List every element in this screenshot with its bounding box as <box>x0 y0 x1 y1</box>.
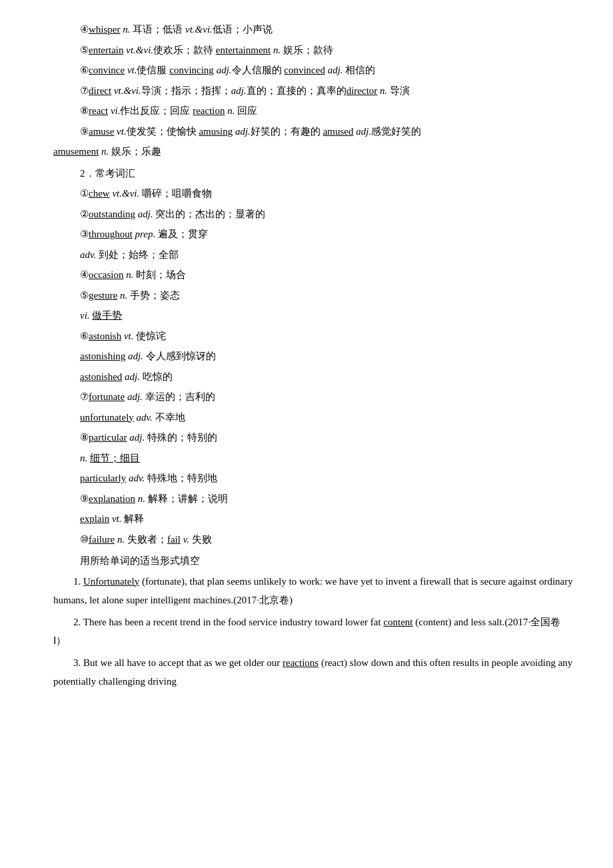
word-astonishing: astonishing <box>80 351 125 361</box>
main-content: ④whisper n. 耳语；低语 vt.&vi.低语；小声说 ⑤enterta… <box>53 20 573 691</box>
vocab-item-throughout-adv: adv. 到处；始终；全部 <box>53 245 573 265</box>
vocab-item-gesture: ⑤gesture n. 手势；姿态 <box>53 286 573 305</box>
answer-2: content <box>383 617 412 627</box>
vocab-item-convince: ⑥convince vt.使信服 convincing adj.令人信服的 co… <box>53 61 573 80</box>
word-failure: failure <box>89 534 115 545</box>
word-reaction: reaction <box>193 105 225 116</box>
word-fail: fail <box>167 534 181 545</box>
vocab-item-throughout: ③throughout prep. 遍及；贯穿 <box>53 225 573 244</box>
vocab-item-unfortunately: unfortunately adv. 不幸地 <box>53 408 573 427</box>
vocab-item-particular-n: n. 细节；细目 <box>53 449 573 468</box>
word-gesture: gesture <box>89 290 117 301</box>
section-2-heading: 2．常考词汇 <box>53 164 573 183</box>
vocab-item-entertain: ⑤entertain vt.&vi.使欢乐；款待 entertainment n… <box>53 41 573 60</box>
word-amusing: amusing <box>199 126 233 137</box>
vocab-item-whisper: ④whisper n. 耳语；低语 vt.&vi.低语；小声说 <box>53 20 573 39</box>
fill-section-heading: 用所给单词的适当形式填空 <box>53 551 573 571</box>
word-particular-n: 细节；细目 <box>90 453 140 463</box>
word-explain: explain <box>80 513 109 524</box>
vocab-item-explain: explain vt. 解释 <box>53 509 573 529</box>
word-throughout: throughout <box>89 229 133 239</box>
vocab-item-amusement: amusement n. 娱乐；乐趣 <box>53 142 573 161</box>
word-outstanding: outstanding <box>89 209 135 219</box>
word-convinced: convinced <box>284 65 325 75</box>
word-direct: direct <box>89 85 111 96</box>
word-react: react <box>89 105 108 116</box>
word-explanation: explanation <box>89 493 135 504</box>
word-astonish: astonish <box>89 331 121 341</box>
word-gesture-do: 做手势 <box>92 310 122 321</box>
vocab-item-explanation: ⑨explanation n. 解释；讲解；说明 <box>53 489 573 509</box>
vocab-item-outstanding: ②outstanding adj. 突出的；杰出的；显著的 <box>53 205 573 224</box>
vocab-item-gesture-vi: vi. 做手势 <box>53 306 573 325</box>
word-fortunate: fortunate <box>89 391 125 402</box>
vocab-item-fortunate: ⑦fortunate adj. 幸运的；吉利的 <box>53 387 573 407</box>
exercise-1: 1. Unfortunately (fortunate), that plan … <box>53 572 573 610</box>
word-convince: convince <box>89 65 125 75</box>
vocab-item-direct: ⑦direct vt.&vi.导演；指示；指挥；adj.直的；直接的；真率的di… <box>53 81 573 101</box>
word-amusement: amusement <box>53 146 99 157</box>
word-whisper: whisper <box>89 24 121 35</box>
vocab-item-chew: ①chew vt.&vi. 嚼碎；咀嚼食物 <box>53 184 573 203</box>
vocab-item-astonishing: astonishing adj. 令人感到惊讶的 <box>53 347 573 366</box>
word-convincing: convincing <box>169 65 214 75</box>
word-astonished: astonished <box>80 371 122 382</box>
vocab-item-react: ⑧react vi.作出反应；回应 reaction n. 回应 <box>53 101 573 121</box>
word-amused: amused <box>323 126 354 137</box>
vocab-item-astonished: astonished adj. 吃惊的 <box>53 367 573 387</box>
word-amuse: amuse <box>89 126 114 137</box>
exercise-2: 2. There has been a recent trend in the … <box>53 613 573 651</box>
vocab-item-astonish: ⑥astonish vt. 使惊诧 <box>53 327 573 346</box>
vocab-item-failure: ⑩failure n. 失败者；fail v. 失败 <box>53 530 573 549</box>
word-chew: chew <box>89 188 110 199</box>
word-entertain: entertain <box>89 45 123 55</box>
word-unfortunately: unfortunately <box>80 412 134 423</box>
vocab-item-occasion: ④occasion n. 时刻；场合 <box>53 265 573 285</box>
word-occasion: occasion <box>89 269 123 280</box>
word-director: director <box>346 85 378 96</box>
vocab-item-particular: ⑧particular adj. 特殊的；特别的 <box>53 428 573 447</box>
exercise-3: 3. But we all have to accept that as we … <box>53 653 573 691</box>
word-particularly: particularly <box>80 473 126 483</box>
word-particular: particular <box>89 432 127 443</box>
vocab-item-particularly: particularly adv. 特殊地；特别地 <box>53 469 573 488</box>
answer-3: reactions <box>283 657 318 668</box>
word-entertainment: entertainment <box>216 45 271 55</box>
vocab-item-amuse: ⑨amuse vt.使发笑；使愉快 amusing adj.好笑的；有趣的 am… <box>53 122 573 141</box>
answer-1: Unfortunately <box>83 576 139 587</box>
